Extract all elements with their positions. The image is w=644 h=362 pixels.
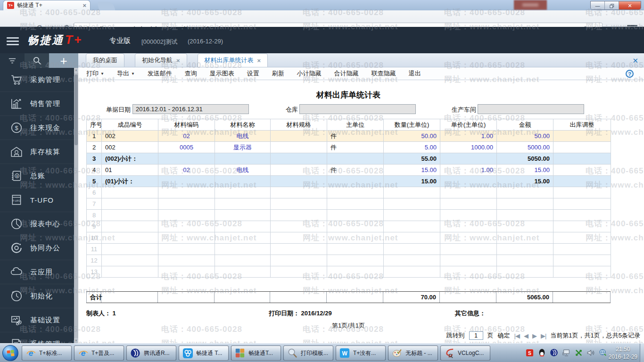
- tab-初始化导航[interactable]: 初始化导航×: [135, 53, 187, 67]
- window-restore-button[interactable]: [605, 1, 619, 10]
- column-header[interactable]: 材料规格: [271, 119, 327, 131]
- table-cell: 9: [87, 221, 102, 232]
- toolbar-发送邮件-button[interactable]: 发送邮件: [148, 69, 172, 78]
- show-desktop-button[interactable]: [640, 344, 644, 362]
- table-row[interactable]: 7: [87, 198, 611, 210]
- toolbar-设置-button[interactable]: 设置: [247, 69, 259, 78]
- tab-材料出库单统计表[interactable]: 材料出库单统计表×: [198, 53, 268, 67]
- start-button[interactable]: [2, 345, 18, 361]
- table-row[interactable]: 11: [87, 244, 611, 255]
- prev-page-icon[interactable]: ◀: [524, 332, 528, 339]
- window-minimize-button[interactable]: —: [591, 1, 605, 10]
- table-row[interactable]: 10: [87, 232, 611, 244]
- toolbar-导出-button[interactable]: 导出▼: [117, 69, 135, 78]
- filter-warehouse-input[interactable]: [299, 104, 416, 114]
- rtx-icon[interactable]: [550, 348, 558, 357]
- speaker-icon[interactable]: [586, 348, 595, 357]
- toolbar-help-icon[interactable]: ?: [626, 70, 634, 78]
- filter-date-input[interactable]: 2016.12.01 - 2016.12.31: [132, 104, 249, 114]
- taskbar-button-无标题 - ...[interactable]: 无标题 - ...: [388, 346, 438, 361]
- sidebar-item-T-UFO[interactable]: T-UFOT-UFO: [0, 188, 74, 212]
- toolbar-打印-button[interactable]: 打印▼: [86, 69, 104, 78]
- taskbar-button-腾讯通R...[interactable]: 腾讯通R...: [126, 346, 176, 361]
- toolbar-刷新-button[interactable]: 刷新: [272, 69, 284, 78]
- sidebar-item-库存核算[interactable]: 库存核算: [0, 140, 74, 164]
- sidebar-filter-icon[interactable]: [0, 53, 25, 68]
- column-header[interactable]: 数量(主单位): [384, 119, 440, 131]
- toolbar-小计隐藏-button[interactable]: 小计隐藏: [297, 69, 322, 78]
- table-row[interactable]: 6: [87, 187, 611, 198]
- sogou-icon[interactable]: S: [525, 348, 534, 357]
- sidebar-item-采购管理[interactable]: 采购管理: [0, 68, 74, 92]
- confirm-button[interactable]: 确定: [498, 331, 510, 340]
- table-cell: [215, 221, 271, 232]
- table-row[interactable]: 100202电线件50.001.0050.00: [87, 131, 611, 142]
- qq-icon[interactable]: [537, 348, 546, 357]
- column-header[interactable]: 主单位: [327, 119, 384, 131]
- browser-tab-close-icon[interactable]: ×: [83, 2, 86, 9]
- sidebar-item-往来现金[interactable]: $往来现金: [0, 116, 74, 140]
- sidebar-item-系统管理[interactable]: 系统管理: [0, 332, 74, 343]
- table-row[interactable]: 13: [87, 266, 611, 278]
- next-page-icon[interactable]: ▶: [532, 332, 537, 339]
- column-header[interactable]: 材料名称: [215, 119, 271, 131]
- taskbar-clock[interactable]: 21:50 2016-12-29: [609, 346, 637, 361]
- page-number-input[interactable]: [469, 331, 483, 340]
- sidebar-item-销售管理[interactable]: 销售管理: [0, 92, 74, 116]
- taskbar-button-T+没有...[interactable]: WT+没有...: [336, 346, 386, 361]
- new-tab-button[interactable]: [97, 2, 115, 10]
- window-close-button[interactable]: ✕: [619, 1, 641, 10]
- toolbar-显示图表-button[interactable]: 显示图表: [210, 69, 234, 78]
- sidebar-item-总账[interactable]: ¥总账: [0, 164, 74, 188]
- tab-close-icon[interactable]: ×: [257, 57, 261, 64]
- table-row[interactable]: 12: [87, 255, 611, 266]
- column-header[interactable]: 单价(主单位): [440, 119, 497, 131]
- toolbar-合计隐藏-button[interactable]: 合计隐藏: [334, 69, 359, 78]
- tab-我的桌面[interactable]: 我的桌面: [86, 53, 124, 67]
- taskbar-button-VCLogC...[interactable]: VCLogC...: [440, 346, 490, 361]
- taskbar-button-打印模板...[interactable]: 打印模板...: [283, 346, 333, 361]
- table-row[interactable]: 3(002)小计：55.005050.00: [87, 153, 611, 165]
- scroll-down-icon[interactable]: ∨: [74, 338, 78, 343]
- sidebar-item-初始化[interactable]: 初始化: [0, 284, 74, 308]
- taskbar-button-T+标准...[interactable]: eT+标准...: [22, 346, 72, 361]
- table-row[interactable]: 8: [87, 210, 611, 221]
- toolbar-联查隐藏-button[interactable]: 联查隐藏: [372, 69, 396, 78]
- table-row[interactable]: 9: [87, 221, 611, 232]
- first-page-icon[interactable]: |◀: [514, 332, 520, 339]
- scroll-up-icon[interactable]: ∧: [74, 68, 78, 73]
- sidebar-item-协同办公[interactable]: 协同办公: [0, 236, 74, 260]
- table-row[interactable]: 20020005显示器件5.001000.005000.00: [87, 142, 611, 153]
- sidebar-item-云应用[interactable]: 云应用: [0, 260, 74, 284]
- column-header[interactable]: 出库调整: [553, 119, 611, 131]
- sidebar-item-基础设置[interactable]: 基础设置: [0, 308, 74, 332]
- table-row[interactable]: 40102电线件15.001.0015.00: [87, 165, 611, 176]
- toolbar-查询-button[interactable]: 查询: [185, 69, 197, 78]
- sidebar-add-button[interactable]: +: [49, 53, 78, 68]
- scroll-thumb[interactable]: [74, 74, 78, 145]
- column-header[interactable]: 材料编码: [158, 119, 215, 131]
- column-header[interactable]: 序号: [87, 119, 102, 131]
- tab-close-icon[interactable]: ×: [176, 57, 180, 64]
- taskbar-button-畅捷通 T...[interactable]: 畅捷通 T...: [179, 346, 229, 361]
- filter-workshop-input[interactable]: [478, 104, 584, 114]
- browser-tab[interactable]: T+ 畅捷通 T+ ×: [3, 0, 91, 10]
- sidebar-search-icon[interactable]: [25, 53, 49, 68]
- app-menu-icon[interactable]: [7, 35, 19, 47]
- column-header[interactable]: 成品编号: [102, 119, 158, 131]
- globe-icon[interactable]: [599, 348, 607, 357]
- toolbar-退出-button[interactable]: 退出: [409, 69, 421, 78]
- table-cell: 电线: [215, 165, 271, 176]
- taskbar-button-T+普及...[interactable]: eT+普及...: [74, 346, 124, 361]
- net-icon[interactable]: [562, 348, 570, 357]
- taskbar-button-畅捷通T...[interactable]: 畅捷通T...: [231, 346, 281, 361]
- sidebar-item-label: 销售管理: [30, 99, 60, 108]
- sidebar-scrollbar[interactable]: ∧ ∨: [74, 68, 78, 343]
- table-row[interactable]: 5(01)小计：15.0015.00: [87, 176, 611, 187]
- table-cell: [271, 221, 327, 232]
- sidebar-item-报表中心[interactable]: 报表中心: [0, 212, 74, 236]
- close-all-tabs-icon[interactable]: ✕: [632, 57, 638, 65]
- greenx-icon[interactable]: [574, 348, 583, 357]
- last-page-icon[interactable]: ▶|: [541, 332, 546, 339]
- column-header[interactable]: 金额: [497, 119, 553, 131]
